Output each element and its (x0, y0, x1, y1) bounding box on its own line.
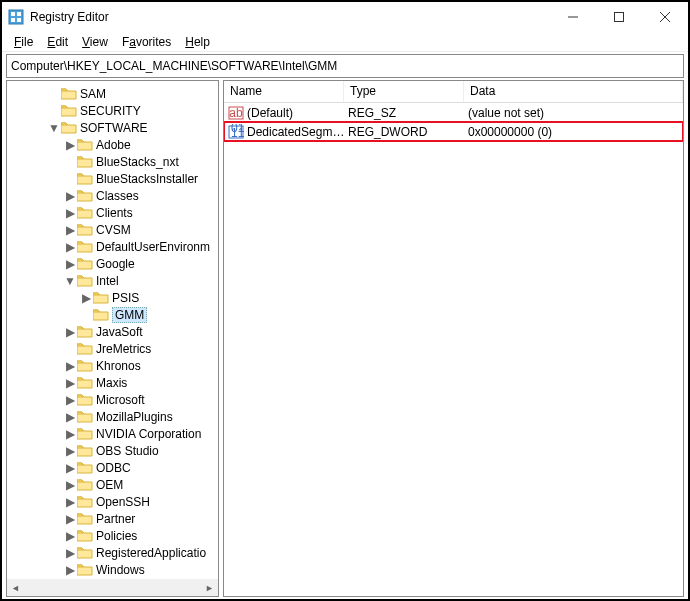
column-headers[interactable]: Name Type Data (224, 81, 683, 103)
minimize-button[interactable] (550, 2, 596, 32)
tree-item[interactable]: SAM (7, 85, 218, 102)
expand-icon[interactable]: ▶ (63, 257, 77, 271)
svg-rect-2 (17, 12, 21, 16)
value-row[interactable]: ab(Default)REG_SZ(value not set) (224, 103, 683, 122)
folder-icon (77, 546, 93, 559)
values-pane[interactable]: Name Type Data ab(Default)REG_SZ(value n… (223, 80, 684, 597)
col-type[interactable]: Type (344, 81, 464, 102)
menu-favorites[interactable]: Favorites (116, 33, 177, 51)
menu-help[interactable]: Help (179, 33, 216, 51)
expand-icon[interactable]: ▶ (63, 529, 77, 543)
expand-icon[interactable]: ▶ (79, 291, 93, 305)
tree-item-label: Intel (96, 274, 119, 288)
col-data[interactable]: Data (464, 81, 683, 102)
tree-item-label: NVIDIA Corporation (96, 427, 201, 441)
app-icon (8, 9, 24, 25)
col-name[interactable]: Name (224, 81, 344, 102)
scroll-right-icon[interactable]: ► (201, 579, 218, 596)
folder-icon (77, 359, 93, 372)
scroll-left-icon[interactable]: ◄ (7, 579, 24, 596)
value-row[interactable]: 011110DedicatedSegm…REG_DWORD0x00000000 … (224, 122, 683, 141)
expand-icon[interactable]: ▶ (63, 240, 77, 254)
tree-item[interactable]: ▶Maxis (7, 374, 218, 391)
expand-icon[interactable]: ▶ (63, 189, 77, 203)
expand-icon[interactable]: ▶ (63, 478, 77, 492)
tree-item[interactable]: ▶Classes (7, 187, 218, 204)
tree-item[interactable]: ▶Google (7, 255, 218, 272)
tree-item[interactable]: ▶PSIS (7, 289, 218, 306)
expand-icon[interactable]: ▶ (63, 376, 77, 390)
expand-icon[interactable]: ▶ (63, 359, 77, 373)
close-button[interactable] (642, 2, 688, 32)
expand-icon[interactable]: ▶ (63, 393, 77, 407)
tree-item[interactable]: ▼SOFTWARE (7, 119, 218, 136)
tree-item-label: Google (96, 257, 135, 271)
tree-item[interactable]: ▶Policies (7, 527, 218, 544)
value-type: REG_DWORD (348, 125, 468, 139)
tree-pane[interactable]: SAMSECURITY▼SOFTWARE▶AdobeBlueStacks_nxt… (6, 80, 219, 597)
tree-item[interactable]: ▶Adobe (7, 136, 218, 153)
tree-item[interactable]: ▶Microsoft (7, 391, 218, 408)
folder-icon (61, 104, 77, 117)
tree-item[interactable]: ▶Clients (7, 204, 218, 221)
tree-item[interactable]: ▶Windows (7, 561, 218, 578)
expand-icon[interactable]: ▼ (63, 274, 77, 288)
tree-item[interactable]: ▶JavaSoft (7, 323, 218, 340)
tree-item[interactable]: ▶DefaultUserEnvironm (7, 238, 218, 255)
tree-item-label: JavaSoft (96, 325, 143, 339)
tree-item[interactable]: ▶Khronos (7, 357, 218, 374)
tree-item[interactable]: GMM (7, 306, 218, 323)
tree-item[interactable]: ▶NVIDIA Corporation (7, 425, 218, 442)
folder-icon (77, 427, 93, 440)
expand-icon[interactable]: ▶ (63, 563, 77, 577)
folder-icon (77, 461, 93, 474)
expand-icon[interactable]: ▼ (47, 121, 61, 135)
tree-item[interactable]: SECURITY (7, 102, 218, 119)
expand-icon[interactable]: ▶ (63, 138, 77, 152)
tree-item[interactable]: ▶MozillaPlugins (7, 408, 218, 425)
expand-icon[interactable]: ▶ (63, 444, 77, 458)
tree-item-label: PSIS (112, 291, 139, 305)
tree-item-label: Partner (96, 512, 135, 526)
menu-file[interactable]: File (8, 33, 39, 51)
tree-item[interactable]: ▶CVSM (7, 221, 218, 238)
tree-item[interactable]: ▶OpenSSH (7, 493, 218, 510)
tree-item[interactable]: ▶ODBC (7, 459, 218, 476)
address-bar[interactable]: Computer\HKEY_LOCAL_MACHINE\SOFTWARE\Int… (6, 54, 684, 78)
svg-text:110: 110 (231, 126, 244, 140)
tree-item[interactable]: ▶OBS Studio (7, 442, 218, 459)
registry-tree[interactable]: SAMSECURITY▼SOFTWARE▶AdobeBlueStacks_nxt… (7, 81, 218, 579)
tree-item-label: MozillaPlugins (96, 410, 173, 424)
tree-item[interactable]: ▼Intel (7, 272, 218, 289)
menu-view[interactable]: View (76, 33, 114, 51)
tree-item[interactable]: BlueStacksInstaller (7, 170, 218, 187)
svg-rect-6 (615, 13, 624, 22)
expand-icon[interactable]: ▶ (63, 461, 77, 475)
tree-item[interactable]: ▶Partner (7, 510, 218, 527)
expand-icon[interactable]: ▶ (63, 546, 77, 560)
folder-icon (77, 393, 93, 406)
expand-icon[interactable]: ▶ (63, 206, 77, 220)
folder-icon (77, 376, 93, 389)
tree-item[interactable]: ▶OEM (7, 476, 218, 493)
expand-icon[interactable]: ▶ (63, 495, 77, 509)
value-type: REG_SZ (348, 106, 468, 120)
horizontal-scrollbar[interactable]: ◄ ► (7, 579, 218, 596)
tree-item[interactable]: BlueStacks_nxt (7, 153, 218, 170)
values-list[interactable]: ab(Default)REG_SZ(value not set)011110De… (224, 103, 683, 141)
expand-icon[interactable]: ▶ (63, 512, 77, 526)
folder-icon (77, 512, 93, 525)
expand-icon[interactable]: ▶ (63, 427, 77, 441)
folder-icon (77, 410, 93, 423)
expand-icon[interactable]: ▶ (63, 410, 77, 424)
menu-edit[interactable]: Edit (41, 33, 74, 51)
tree-item[interactable]: JreMetrics (7, 340, 218, 357)
folder-icon (77, 342, 93, 355)
expand-icon[interactable]: ▶ (63, 223, 77, 237)
folder-icon (77, 563, 93, 576)
titlebar[interactable]: Registry Editor (2, 2, 688, 32)
maximize-button[interactable] (596, 2, 642, 32)
tree-item-label: CVSM (96, 223, 131, 237)
expand-icon[interactable]: ▶ (63, 325, 77, 339)
tree-item[interactable]: ▶RegisteredApplicatio (7, 544, 218, 561)
